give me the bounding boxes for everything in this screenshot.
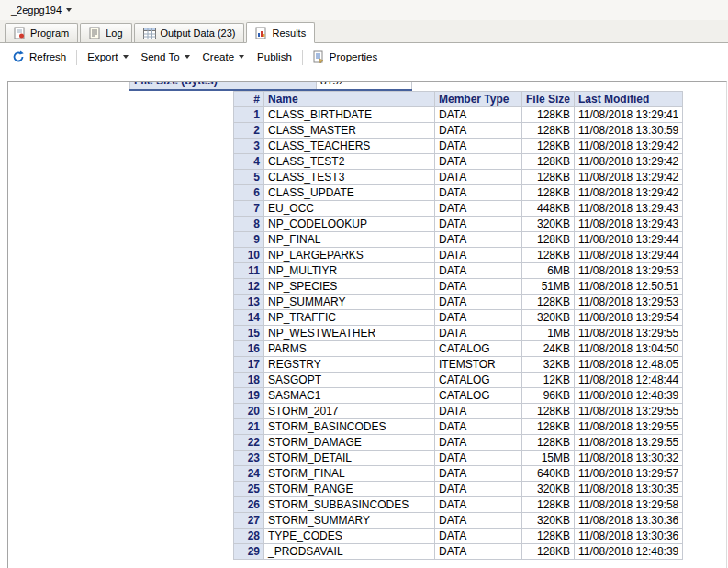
table-row: 16PARMSCATALOG24KB11/08/2018 13:04:50 bbox=[234, 341, 683, 357]
properties-row: File Size (bytes) 8192 bbox=[129, 82, 412, 91]
tab-output-data[interactable]: Output Data (23) bbox=[134, 23, 245, 42]
row-number: 10 bbox=[234, 248, 264, 263]
tab-log[interactable]: Log bbox=[80, 23, 131, 42]
refresh-label: Refresh bbox=[29, 51, 66, 62]
row-number: 14 bbox=[234, 310, 264, 326]
tab-program-label: Program bbox=[30, 28, 69, 39]
row-number: 20 bbox=[234, 404, 264, 419]
member-name: STORM_DETAIL bbox=[264, 451, 435, 466]
row-number: 6 bbox=[234, 185, 264, 201]
last-modified: 11/08/2018 13:29:43 bbox=[575, 201, 683, 217]
file-size: 128KB bbox=[522, 154, 575, 170]
members-table: #NameMember TypeFile SizeLast Modified 1… bbox=[233, 91, 683, 560]
member-name: STORM_BASINCODES bbox=[264, 419, 435, 435]
member-type: DATA bbox=[435, 310, 522, 326]
row-number: 22 bbox=[234, 435, 264, 451]
table-row: 11NP_MULTIYRDATA6MB11/08/2018 13:29:53 bbox=[234, 263, 683, 279]
file-size: 128KB bbox=[522, 248, 575, 263]
member-type: CATALOG bbox=[435, 341, 522, 357]
file-size: 128KB bbox=[522, 123, 575, 139]
file-size: 128KB bbox=[522, 107, 575, 123]
member-type: DATA bbox=[435, 544, 522, 560]
member-name: REGSTRY bbox=[264, 357, 435, 373]
chevron-down-icon bbox=[185, 55, 190, 59]
properties-label: Properties bbox=[330, 51, 377, 62]
last-modified: 11/08/2018 13:29:42 bbox=[575, 139, 683, 154]
create-button[interactable]: Create bbox=[196, 48, 252, 66]
row-number: 28 bbox=[234, 529, 264, 544]
last-modified: 11/08/2018 13:29:42 bbox=[575, 154, 683, 170]
results-pane[interactable]: File Size (bytes) 8192 #NameMember TypeF… bbox=[7, 81, 727, 568]
member-name: STORM_DAMAGE bbox=[264, 435, 435, 451]
document-selector[interactable]: _2egpg194 bbox=[7, 3, 75, 17]
row-number: 1 bbox=[234, 107, 264, 123]
row-number: 3 bbox=[234, 139, 264, 154]
last-modified: 11/08/2018 13:29:44 bbox=[575, 232, 683, 248]
row-number: 18 bbox=[234, 373, 264, 388]
member-type: DATA bbox=[435, 185, 522, 201]
row-number: 23 bbox=[234, 451, 264, 466]
member-type: DATA bbox=[435, 513, 522, 529]
table-row: 7EU_OCCDATA448KB11/08/2018 13:29:43 bbox=[234, 201, 683, 217]
tab-log-label: Log bbox=[106, 28, 122, 39]
table-row: 14NP_TRAFFICDATA320KB11/08/2018 13:29:54 bbox=[234, 310, 683, 326]
table-row: 13NP_SUMMARYDATA128KB11/08/2018 13:29:53 bbox=[234, 295, 683, 310]
table-row: 6CLASS_UPDATEDATA128KB11/08/2018 13:29:4… bbox=[234, 185, 683, 201]
tab-results-label: Results bbox=[272, 28, 306, 39]
member-type: DATA bbox=[435, 217, 522, 232]
member-name: STORM_RANGE bbox=[264, 482, 435, 497]
member-name: NP_CODELOOKUP bbox=[264, 217, 435, 232]
last-modified: 11/08/2018 13:29:54 bbox=[575, 310, 683, 326]
table-row: 23STORM_DETAILDATA15MB11/08/2018 13:30:3… bbox=[234, 451, 683, 466]
row-number: 16 bbox=[234, 341, 264, 357]
members-table-body: 1CLASS_BIRTHDATEDATA128KB11/08/2018 13:2… bbox=[234, 107, 683, 560]
export-label: Export bbox=[87, 51, 118, 62]
table-row: 28TYPE_CODESDATA128KB11/08/2018 13:30:36 bbox=[234, 529, 683, 544]
file-size: 640KB bbox=[522, 466, 575, 482]
last-modified: 11/08/2018 13:29:55 bbox=[575, 435, 683, 451]
publish-label: Publish bbox=[257, 51, 292, 62]
member-name: NP_MULTIYR bbox=[264, 263, 435, 279]
create-label: Create bbox=[203, 51, 235, 62]
member-name: STORM_SUMMARY bbox=[264, 513, 435, 529]
tab-output-data-label: Output Data (23) bbox=[161, 28, 236, 39]
clipped-properties-table: File Size (bytes) 8192 bbox=[129, 82, 412, 91]
row-number: 9 bbox=[234, 232, 264, 248]
member-type: CATALOG bbox=[435, 373, 522, 388]
publish-button[interactable]: Publish bbox=[251, 48, 298, 66]
last-modified: 11/08/2018 13:29:53 bbox=[575, 295, 683, 310]
export-button[interactable]: Export bbox=[81, 48, 134, 66]
member-type: ITEMSTOR bbox=[435, 357, 522, 373]
file-size: 96KB bbox=[522, 388, 575, 404]
member-type: DATA bbox=[435, 295, 522, 310]
member-type: DATA bbox=[435, 139, 522, 154]
program-icon bbox=[14, 27, 26, 39]
member-name: NP_FINAL bbox=[264, 232, 435, 248]
file-size: 15MB bbox=[522, 451, 575, 466]
file-size: 320KB bbox=[522, 482, 575, 497]
results-icon bbox=[255, 27, 267, 39]
last-modified: 11/08/2018 13:29:42 bbox=[575, 185, 683, 201]
chevron-down-icon bbox=[123, 55, 129, 59]
send-to-button[interactable]: Send To bbox=[135, 48, 196, 66]
member-type: DATA bbox=[435, 201, 522, 217]
tab-program[interactable]: Program bbox=[5, 23, 78, 42]
tab-results[interactable]: Results bbox=[246, 22, 315, 43]
properties-button[interactable]: Properties bbox=[307, 47, 384, 67]
table-row: 8NP_CODELOOKUPDATA320KB11/08/2018 13:29:… bbox=[234, 217, 683, 232]
table-row: 4CLASS_TEST2DATA128KB11/08/2018 13:29:42 bbox=[234, 154, 683, 170]
file-size: 32KB bbox=[522, 357, 575, 373]
file-size: 128KB bbox=[522, 295, 575, 310]
table-row: 5CLASS_TEST3DATA128KB11/08/2018 13:29:42 bbox=[234, 170, 683, 185]
last-modified: 11/08/2018 13:30:36 bbox=[575, 529, 683, 544]
row-number: 19 bbox=[234, 388, 264, 404]
refresh-button[interactable]: Refresh bbox=[6, 47, 73, 67]
file-size: 128KB bbox=[522, 419, 575, 435]
last-modified: 11/08/2018 13:30:32 bbox=[575, 451, 683, 466]
table-row: 15NP_WESTWEATHERDATA1MB11/08/2018 13:29:… bbox=[234, 326, 683, 341]
table-row: 25STORM_RANGEDATA320KB11/08/2018 13:30:3… bbox=[234, 482, 683, 497]
table-row: 27STORM_SUMMARYDATA320KB11/08/2018 13:30… bbox=[234, 513, 683, 529]
member-type: DATA bbox=[435, 404, 522, 419]
row-number: 29 bbox=[234, 544, 264, 560]
row-number: 25 bbox=[234, 482, 264, 497]
